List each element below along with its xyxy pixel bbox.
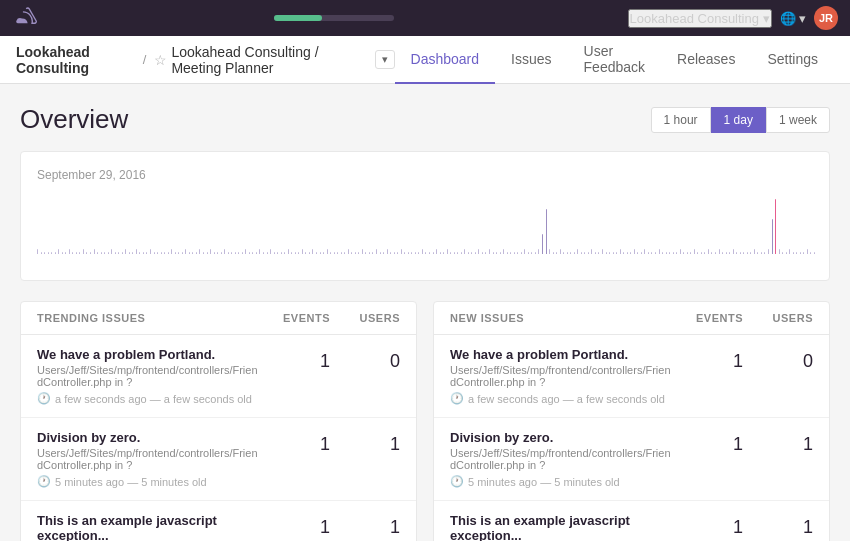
chart-bar: [203, 252, 204, 255]
issue-path: Users/Jeff/Sites/mp/frontend/controllers…: [450, 364, 673, 388]
issue-row[interactable]: Division by zero. Users/Jeff/Sites/mp/fr…: [21, 418, 416, 501]
chart-bar: [277, 252, 278, 255]
tab-issues[interactable]: Issues: [495, 36, 567, 84]
chart-bar: [108, 252, 109, 255]
chart-bar: [510, 252, 511, 255]
chart-bar: [648, 252, 649, 255]
chart-bar: [616, 252, 617, 255]
avatar[interactable]: JR: [814, 6, 838, 30]
sentry-logo[interactable]: [12, 4, 40, 32]
chart-bar: [83, 249, 84, 254]
chart-bar: [291, 252, 292, 255]
chart-bar: [111, 249, 112, 254]
issue-time: 🕐 5 minutes ago — 5 minutes old: [450, 475, 673, 488]
chart-bar: [41, 252, 42, 255]
new-issues-title: NEW ISSUES: [450, 312, 673, 324]
issue-row[interactable]: This is an example javascript exception.…: [21, 501, 416, 541]
chart-bar: [178, 252, 179, 255]
chart-bar: [814, 252, 815, 255]
org-breadcrumb-link[interactable]: Lookahead Consulting: [16, 44, 135, 76]
chart-bar: [348, 249, 349, 254]
time-filter-1day[interactable]: 1 day: [711, 107, 766, 133]
issue-row[interactable]: We have a problem Portland. Users/Jeff/S…: [21, 335, 416, 418]
chart-bar: [157, 252, 158, 255]
chart-bar: [207, 252, 208, 255]
chart-bar: [164, 252, 165, 255]
tab-releases[interactable]: Releases: [661, 36, 751, 84]
star-button[interactable]: ☆: [154, 52, 167, 68]
chart-bar: [514, 252, 515, 255]
chart-bar: [320, 252, 321, 255]
top-bar-left: [12, 4, 40, 32]
org-dropdown-icon: ▾: [763, 11, 770, 26]
chart-bar: [150, 249, 151, 254]
time-filter-1week[interactable]: 1 week: [766, 107, 830, 133]
chart-bar: [256, 252, 257, 255]
chart-bar: [457, 252, 458, 255]
project-dropdown-button[interactable]: ▾: [375, 50, 395, 69]
org-selector[interactable]: Lookahead Consulting ▾: [628, 9, 772, 28]
chart-bar: [443, 252, 444, 255]
chart-bar: [129, 252, 130, 255]
globe-icon: 🌐: [780, 11, 796, 26]
chart-bar: [567, 252, 568, 255]
chart-bar: [641, 252, 642, 255]
chart-bar: [764, 252, 765, 255]
chart-bar: [182, 252, 183, 255]
issue-title: We have a problem Portland.: [37, 347, 260, 362]
chart-bar: [789, 249, 790, 254]
issue-info: Division by zero. Users/Jeff/Sites/mp/fr…: [450, 430, 673, 488]
chart-bar: [468, 252, 469, 255]
chart-bar: [779, 249, 780, 254]
chart-bar: [189, 252, 190, 255]
chart-bar: [365, 252, 366, 255]
chart-bar: [659, 249, 660, 254]
chart-bar: [521, 252, 522, 255]
chart-bar: [252, 252, 253, 255]
chart-bar: [478, 249, 479, 254]
tab-dashboard[interactable]: Dashboard: [395, 36, 496, 84]
issue-users-count: 0: [743, 347, 813, 372]
progress-bar: [274, 15, 394, 21]
chart-bar: [553, 252, 554, 255]
chart-bar: [242, 252, 243, 255]
chart-bar: [65, 252, 66, 255]
chart-bar: [146, 252, 147, 255]
chart-bar: [683, 252, 684, 255]
issue-row[interactable]: Division by zero. Users/Jeff/Sites/mp/fr…: [434, 418, 829, 501]
chart-bar: [471, 252, 472, 255]
issue-users-count: 1: [330, 430, 400, 455]
time-filter-1hour[interactable]: 1 hour: [651, 107, 711, 133]
chart-bar: [447, 249, 448, 254]
issue-row[interactable]: This is an example javascript exception.…: [434, 501, 829, 541]
chart-bar: [803, 252, 804, 255]
chart-bar: [422, 249, 423, 254]
chart-bar: [362, 249, 363, 254]
chart-bar: [270, 249, 271, 254]
chart-bar: [736, 252, 737, 255]
tab-settings[interactable]: Settings: [751, 36, 834, 84]
chart-bar: [697, 252, 698, 255]
issue-events-count: 1: [673, 347, 743, 372]
chart-bar: [542, 234, 543, 254]
issue-row[interactable]: We have a problem Portland. Users/Jeff/S…: [434, 335, 829, 418]
trending-events-col-header: EVENTS: [260, 312, 330, 324]
chart-bar: [666, 252, 667, 255]
tab-user-feedback[interactable]: User Feedback: [568, 36, 661, 84]
main-nav-tabs: Dashboard Issues User Feedback Releases …: [395, 36, 834, 84]
chart-bar: [538, 249, 539, 254]
chart-bar: [754, 249, 755, 254]
chart-bar: [323, 252, 324, 255]
chart-bar: [143, 252, 144, 255]
chart-bar: [623, 252, 624, 255]
chart-bar: [185, 249, 186, 254]
chart-bar: [401, 249, 402, 254]
new-users-col-header: USERS: [743, 312, 813, 324]
chart-bar: [341, 252, 342, 255]
chart-bar: [531, 252, 532, 255]
project-breadcrumb-link[interactable]: Lookahead Consulting / Meeting Planner: [171, 44, 370, 76]
second-nav: Lookahead Consulting / ☆ Lookahead Consu…: [0, 36, 850, 84]
chart-bar: [733, 249, 734, 254]
chart-bar: [535, 252, 536, 255]
globe-button[interactable]: 🌐 ▾: [780, 11, 806, 26]
